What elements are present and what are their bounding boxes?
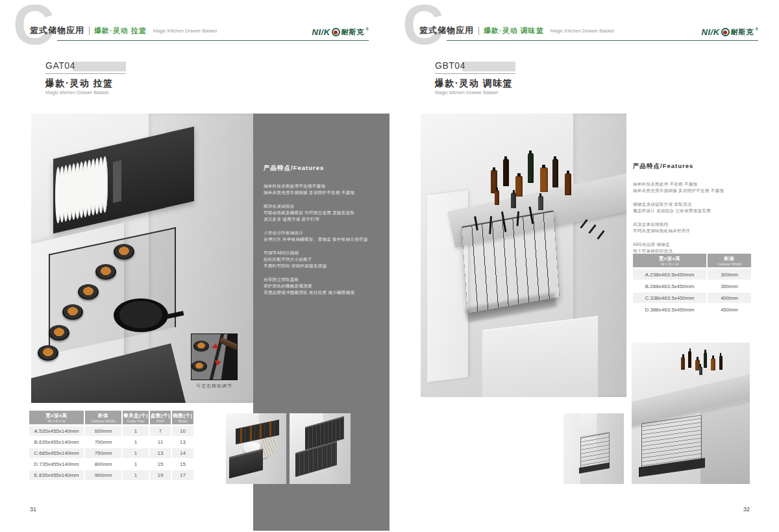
frying-pan bbox=[114, 298, 168, 332]
logo-text-cn: 耐斯克 bbox=[341, 27, 365, 37]
brand-logo: NI/K 耐斯克 ® bbox=[296, 27, 369, 37]
main-product-photo-spice-basket bbox=[421, 114, 626, 397]
table-cell: 350mm bbox=[708, 281, 751, 291]
table-cell: A.535x455x140mm bbox=[29, 426, 84, 436]
header-subtitle: 爆款·灵动 调味篮 bbox=[484, 26, 544, 36]
table-header-cell: 宽x深x高W x D x H bbox=[29, 411, 84, 424]
feature-group: 纳米科技表面处理 不生锈 不腐蚀纳米表面光滑手感细腻 多层防护不生锈 不腐蚀 bbox=[633, 181, 763, 194]
table-cell: 15 bbox=[172, 459, 193, 469]
spice-bottle-glyph bbox=[503, 159, 509, 186]
feature-group: 模块化灵动组合可移动底板及碗碟架 均可独立使用 且随意提取灵活多变 使用方便 易… bbox=[264, 203, 379, 223]
table-cell: 600mm bbox=[85, 426, 121, 436]
table-row: D.388x463.5x450mm450mm bbox=[633, 304, 752, 315]
spice-bottle-glyph bbox=[719, 356, 723, 370]
food-bowl bbox=[95, 264, 116, 280]
logo-o-icon bbox=[721, 28, 730, 36]
table-cell: D.735x455x140mm bbox=[29, 459, 84, 469]
table-cell: 19 bbox=[150, 470, 171, 480]
spice-bottle-glyph bbox=[538, 196, 543, 210]
spice-bottle-glyph bbox=[515, 176, 523, 197]
header-subtitle-en: Magic Kitchen Drawer Basket bbox=[153, 28, 217, 34]
brand-logo: NI/K 耐斯克 ® bbox=[686, 27, 758, 37]
table-row: B.288x463.5x450mm350mm bbox=[633, 281, 752, 291]
feature-group: 纳米科技表面处理不生锈不腐蚀纳米表面光滑手感细腻 多层防护不生锈 不腐蚀 bbox=[264, 183, 379, 196]
features-title: 产品特点/Features bbox=[264, 164, 379, 173]
feature-line: ABS食品级 储物盒 bbox=[633, 241, 763, 248]
feature-line: 高深盒体低矮瓶托 bbox=[633, 221, 763, 228]
table-cell: 450mm bbox=[708, 304, 751, 315]
feature-group: 可调节ABS分隔板轻松匹配不同大小的瓶子不用时可拆卸 拒绝约束随意摆放 bbox=[264, 250, 379, 269]
table-row: E.835x455x140mm900mm11917 bbox=[29, 470, 193, 480]
adjust-detail-inset-photo bbox=[192, 334, 237, 380]
spice-bottle-glyph bbox=[511, 193, 516, 208]
feature-line: 纳米科技表面处理 不生锈 不腐蚀 bbox=[633, 181, 763, 187]
feature-line: 采用品牌缓冲隐藏滑轨 推拉轻柔 减少碗碟碰撞 bbox=[264, 289, 379, 296]
logo-text-en: NI/K bbox=[702, 27, 720, 37]
food-bowl bbox=[78, 284, 99, 300]
feature-line: 纳米科技表面处理不生锈不腐蚀 bbox=[264, 183, 379, 189]
model-underline bbox=[45, 73, 126, 74]
bowl-glyph bbox=[192, 361, 207, 372]
feature-line: 灵活多变 使用方便 易于打理 bbox=[264, 216, 379, 223]
inset-caption: 可左右移动调节 bbox=[182, 383, 247, 389]
table-header-row: 宽x深x高W x D x H柜体Cabinet Width bbox=[633, 254, 752, 267]
table-cell: 700mm bbox=[85, 437, 121, 447]
feature-line: 魔盒式设计 灵动组合 让收纳更便捷实用 bbox=[633, 208, 763, 214]
food-bowl bbox=[49, 325, 69, 341]
feature-group: 自带防尘滑轨盖板保护滑轨的顺畅及顺滑度采用品牌缓冲隐藏滑轨 推拉轻柔 减少碗碟碰… bbox=[264, 276, 379, 296]
registered-mark: ® bbox=[366, 27, 369, 31]
registered-mark: ® bbox=[756, 27, 758, 31]
table-row: C.338x463.5x450mm400mm bbox=[633, 293, 752, 303]
spice-bottle-glyph bbox=[528, 153, 534, 183]
detail-photo-counter-bottles bbox=[632, 343, 750, 484]
product-title-cn: 爆款·灵动 调味篮 bbox=[435, 78, 513, 90]
utensil-cup bbox=[113, 160, 121, 202]
header-divider bbox=[89, 27, 90, 35]
feature-line: 合理分区 科学收纳碗碟架、置物盒 集中收纳分类存放 bbox=[264, 236, 379, 243]
table-cell: 400mm bbox=[708, 293, 751, 303]
table-cell: 15 bbox=[150, 459, 171, 469]
header-category: 篮式储物应用 bbox=[30, 25, 84, 36]
header-category: 篮式储物应用 bbox=[419, 25, 474, 36]
spice-bottle-glyph bbox=[711, 358, 715, 370]
table-cell: 1 bbox=[123, 470, 149, 480]
features-block: 产品特点/Features 纳米科技表面处理不生锈不腐蚀纳米表面光滑手感细腻 多… bbox=[253, 114, 390, 296]
table-cell: C.685x455x140mm bbox=[29, 448, 84, 458]
header-divider bbox=[478, 27, 479, 35]
red-arrow-icon bbox=[214, 360, 221, 367]
table-header-cell: 盘数(个)Dish bbox=[150, 411, 171, 424]
product-title-en: Magic kitchen Drawer Basket bbox=[45, 90, 108, 95]
feature-line: 纳米表面光滑手感细腻 多层防护不生锈 不腐蚀 bbox=[633, 187, 763, 194]
spice-bottle-glyph bbox=[681, 357, 685, 370]
product-title-en: Magic kitchen Drawer Basket bbox=[435, 90, 498, 95]
spice-bottle-glyph bbox=[552, 159, 558, 187]
page-left: C 篮式储物应用 爆款·灵动 拉篮 Magic Kitchen Drawer B… bbox=[0, 0, 390, 532]
page-right: C 篮式储物应用 爆款·灵动 调味篮 Magic Kitchen Drawer … bbox=[390, 0, 779, 532]
product-title-cn: 爆款·灵动 拉篮 bbox=[45, 78, 114, 90]
table-cell: 900mm bbox=[85, 470, 121, 480]
page-number: 31 bbox=[30, 506, 36, 513]
cabinet-door bbox=[563, 413, 580, 484]
feature-line: 不同高度调味瓶收纳井然有序 bbox=[633, 228, 763, 234]
feature-line: 自带防尘滑轨盖板 bbox=[264, 276, 379, 283]
table-cell: 17 bbox=[172, 470, 193, 480]
model-band bbox=[73, 62, 126, 71]
table-cell: 800mm bbox=[85, 459, 121, 469]
table-cell: 14 bbox=[172, 448, 193, 458]
feature-line: 不用时可拆卸 拒绝约束随意摆放 bbox=[264, 263, 379, 269]
model-band bbox=[462, 62, 515, 71]
table-cell: C.338x463.5x450mm bbox=[633, 293, 706, 303]
table-header-cell: 宽x深x高W x D x H bbox=[633, 254, 706, 267]
red-arrow-icon bbox=[212, 343, 219, 349]
table-cell: E.835x455x140mm bbox=[29, 470, 84, 480]
table-cell: 13 bbox=[172, 437, 193, 447]
spice-bottle-glyph bbox=[688, 351, 691, 368]
feature-line: 可移动底板及碗碟架 均可独立使用 且随意提取 bbox=[264, 210, 379, 216]
table-row: D.735x455x140mm800mm11515 bbox=[29, 459, 193, 469]
spice-basket bbox=[462, 210, 559, 313]
table-cell: 300mm bbox=[708, 269, 751, 280]
table-header-cell: 柜体Cabinet Width bbox=[708, 254, 751, 267]
table-cell: 1 bbox=[123, 426, 149, 436]
table-cell: 11 bbox=[150, 437, 171, 447]
feature-line: 储物盒灵动提取方便 拿取清洗 bbox=[633, 201, 763, 208]
